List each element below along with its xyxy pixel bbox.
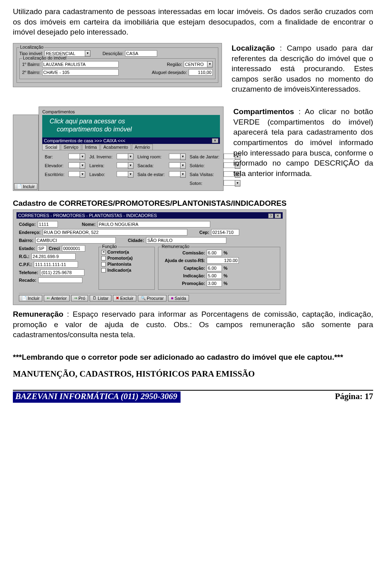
new-doc-icon: 📄 — [17, 184, 22, 188]
remuneracao-legend: Remuneração — [161, 244, 190, 249]
cep-input[interactable]: 02154-710 — [211, 229, 239, 236]
localizacao-screenshot: Localização Tipo imóvel: RESIDENCIAL ▼ D… — [13, 43, 222, 94]
compart-label: Sala de estar: — [136, 170, 166, 178]
pró-button[interactable]: ⇒Pró — [71, 295, 88, 301]
checkbox[interactable] — [101, 262, 106, 266]
regiao-combo[interactable]: CENTRO ▼ — [184, 61, 213, 68]
manutencao-heading: MANUTENÇÃO, CADASTROS, HISTÓRICOS PARA E… — [13, 368, 373, 379]
recado-label: Recado: — [19, 278, 36, 283]
chevron-down-icon[interactable]: ▼ — [235, 180, 240, 186]
compart-label: Bar: — [43, 153, 66, 161]
saída-button[interactable]: ■Saída — [168, 295, 189, 301]
pct-label: % — [224, 250, 228, 255]
tab-íntima[interactable]: Íntima — [82, 144, 100, 150]
nome-label: Nome: — [82, 222, 96, 227]
checkbox[interactable] — [101, 256, 106, 260]
chevron-down-icon[interactable]: ▼ — [207, 61, 213, 68]
pct-label: % — [224, 281, 228, 286]
chevron-down-icon[interactable]: ▼ — [180, 171, 186, 178]
chevron-down-icon[interactable]: ▼ — [128, 154, 133, 160]
chevron-down-icon[interactable]: ▼ — [80, 154, 85, 160]
chevron-down-icon[interactable]: ▼ — [85, 50, 90, 57]
excluir-button[interactable]: ✖Excluir — [113, 295, 136, 301]
checkbox[interactable]: ✕ — [101, 250, 106, 254]
checkbox[interactable] — [101, 268, 106, 272]
endereco-input[interactable]: RUA DO IMPERADOR, 522 — [43, 229, 187, 236]
nome-input[interactable]: PAULO NOGUEIRA — [98, 221, 210, 227]
exit-icon: ■ — [171, 296, 173, 300]
compart-label: Sala Visitas: — [188, 170, 221, 178]
compart-input[interactable] — [68, 171, 80, 177]
comissao-input[interactable]: 6.00 — [207, 250, 222, 256]
telefone-label: Telefone: — [19, 270, 38, 275]
promocao-input[interactable]: 3.00 — [207, 280, 222, 287]
chevron-down-icon[interactable]: ▼ — [128, 171, 133, 178]
procurar-button[interactable]: 🔍Procurar — [138, 295, 166, 301]
compartimentos-screenshot: 📄 Incluir Compartimentos Click aqui para… — [13, 107, 224, 191]
tab-acabamento[interactable]: Acabamento — [101, 144, 131, 150]
comissao-label: Comissão: — [161, 250, 205, 255]
footer-company: BAZEVANI INFORMÁTICA (011) 2950-3069 — [13, 391, 181, 403]
captacao-input[interactable]: 6.00 — [207, 265, 222, 271]
recado-input[interactable] — [38, 277, 82, 283]
close-icon[interactable]: ✕ — [212, 138, 218, 143]
localizacao-description: Localização : Campo usado para dar refer… — [232, 43, 373, 94]
bairro-input[interactable]: CAMBUCI — [35, 237, 116, 244]
funcao-option: Corretor(a — [107, 250, 129, 254]
tab-serviço[interactable]: Serviço — [61, 144, 81, 150]
cpf-label: C.P.F.: — [19, 262, 32, 267]
funcao-legend: Função — [101, 244, 118, 249]
chevron-down-icon[interactable]: ▼ — [80, 162, 85, 169]
telefone-input[interactable]: (011) 225-9678 — [40, 269, 84, 276]
bairro2-label: 2º Bairro: — [22, 70, 41, 75]
compart-input[interactable] — [224, 180, 235, 186]
incluir-button[interactable]: 📄 Incluir — [14, 183, 37, 190]
incluir-button[interactable]: 📄Incluir — [19, 295, 42, 301]
funcao-option: Promotor(a) — [107, 256, 133, 260]
compart-label: Living room: — [136, 153, 166, 161]
bairro1-input[interactable]: LAUZANE PAULISTA — [42, 61, 119, 68]
rg-input[interactable]: 24.281.698-9 — [31, 253, 76, 260]
aluguel-input[interactable]: 110,00 — [189, 69, 213, 76]
anterior-button[interactable]: ⇐Anterior — [44, 295, 70, 301]
cidade-label: Cidade: — [128, 238, 144, 243]
descricao-input[interactable]: CASA — [125, 50, 157, 57]
compart-label: Escritório: — [43, 170, 66, 178]
endereco-label: Endereço: — [19, 230, 41, 235]
compart-input[interactable] — [68, 162, 80, 168]
cpf-input[interactable]: 111.111.111-11 — [34, 261, 78, 268]
ajuda-input[interactable]: 120.00 — [207, 257, 239, 264]
captacao-label: Captação: — [161, 266, 205, 270]
compart-label: Jd. Inverno: — [88, 153, 114, 161]
cidade-input[interactable]: SÃO PAULO — [146, 237, 226, 244]
chevron-down-icon[interactable]: ▼ — [80, 171, 85, 178]
funcao-option: Plantonista — [107, 262, 131, 266]
compart-input[interactable] — [117, 171, 128, 177]
creci-label: Creci — [49, 246, 60, 251]
close-icon[interactable]: ✕ — [275, 213, 281, 218]
chevron-down-icon[interactable]: ▼ — [180, 154, 186, 160]
estado-input[interactable]: SP — [37, 245, 47, 252]
chevron-down-icon[interactable]: ▼ — [128, 162, 133, 169]
access-compartimentos-button[interactable]: Click aqui para acessar os compartimento… — [42, 115, 220, 137]
help-icon[interactable]: ? — [268, 213, 273, 218]
codigo-input[interactable]: 1111 — [38, 221, 58, 227]
compart-input[interactable] — [117, 162, 128, 168]
compart-input[interactable] — [169, 171, 180, 177]
tab-armário[interactable]: Armário — [132, 144, 153, 150]
indicacao-input[interactable]: 5.00 — [207, 272, 222, 279]
tab-social[interactable]: Social — [42, 144, 60, 150]
compart-label: Sala de Jantar: — [188, 153, 221, 161]
compart-input[interactable] — [117, 154, 128, 159]
bairro2-input[interactable]: CHAVE - 105 — [42, 69, 119, 76]
chevron-down-icon[interactable]: ▼ — [180, 162, 186, 169]
new-doc-icon: 📄 — [22, 296, 27, 300]
aluguel-label: Aluguel desejado: — [152, 70, 187, 75]
compart-input[interactable] — [68, 154, 80, 159]
compart-label: Lareira: — [88, 162, 114, 170]
compart-input[interactable] — [169, 154, 180, 159]
creci-input[interactable]: 0000001 — [62, 245, 85, 252]
compart-label: Lavabo: — [88, 170, 114, 178]
compart-input[interactable] — [169, 162, 180, 168]
listar-button[interactable]: 🗒Listar — [90, 295, 111, 301]
